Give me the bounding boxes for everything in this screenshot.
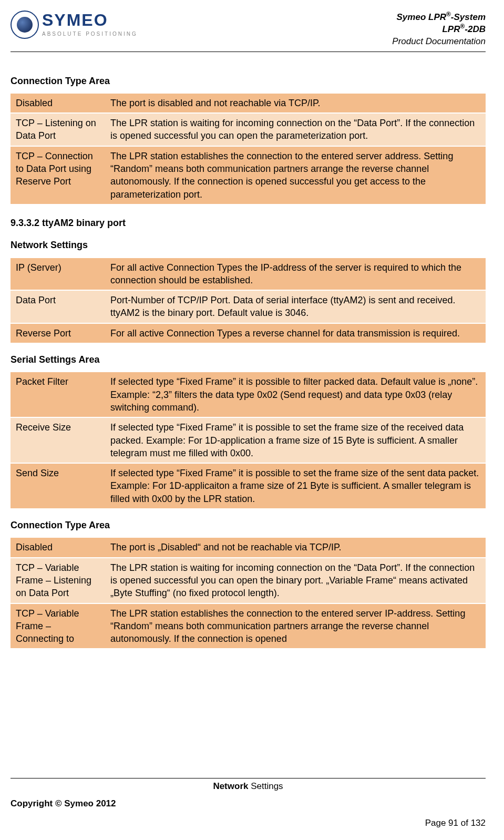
footer-copyright: Copyright © Symeo 2012 (11, 798, 486, 810)
cell-val: The LPR station is waiting for incoming … (105, 114, 486, 146)
cell-key: TCP – Listening on Data Port (11, 114, 105, 146)
doc-title: Symeo LPR®-System LPR®-2DB Product Docum… (392, 11, 486, 47)
cell-key: TCP – Variable Frame – Connecting to (11, 604, 105, 649)
page-header: SYMEO ABSOLUTE POSITIONING Symeo LPR®-Sy… (11, 11, 486, 52)
cell-key: Data Port (11, 291, 105, 323)
heading-serial-settings: Serial Settings Area (11, 353, 486, 366)
heading-network-settings: Network Settings (11, 239, 486, 251)
logo-subtitle: ABSOLUTE POSITIONING (42, 30, 138, 38)
cell-val: The port is „Disabled“ and not be reacha… (105, 538, 486, 557)
cell-key: Send Size (11, 464, 105, 508)
cell-val: Port-Number of TCP/IP Port. Data of seri… (105, 291, 486, 323)
logo: SYMEO ABSOLUTE POSITIONING (11, 11, 138, 39)
heading-9332: 9.3.3.2 ttyAM2 binary port (11, 217, 486, 229)
cell-val: If selected type “Fixed Frame” it is pos… (105, 372, 486, 417)
heading-connection-type-1: Connection Type Area (11, 75, 486, 87)
table-connection-type-1: DisabledThe port is disabled and not rea… (11, 93, 486, 205)
cell-key: Disabled (11, 538, 105, 557)
cell-val: The LPR station is waiting for incoming … (105, 558, 486, 603)
cell-key: Receive Size (11, 418, 105, 463)
heading-connection-type-2: Connection Type Area (11, 519, 486, 531)
footer-center: Network Settings (11, 781, 486, 793)
cell-key: TCP – Variable Frame – Listening on Data… (11, 558, 105, 603)
cell-val: The LPR station establishes the connecti… (105, 604, 486, 649)
table-serial-settings: Packet FilterIf selected type “Fixed Fra… (11, 371, 486, 509)
cell-val: For all active Connection Types a revers… (105, 324, 486, 343)
cell-key: Disabled (11, 94, 105, 112)
cell-val: If selected type “Fixed Frame” it is pos… (105, 464, 486, 508)
logo-icon (11, 11, 39, 39)
cell-val: For all active Connection Types the IP-a… (105, 258, 486, 290)
cell-val: If selected type “Fixed Frame” it is pos… (105, 418, 486, 463)
table-connection-type-2: DisabledThe port is „Disabled“ and not b… (11, 537, 486, 649)
cell-key: TCP – Connection to Data Port using Rese… (11, 147, 105, 204)
cell-val: The LPR station establishes the connecti… (105, 147, 486, 204)
cell-val: The port is disabled and not reachable v… (105, 94, 486, 112)
logo-title: SYMEO (42, 12, 138, 28)
table-network-settings: IP (Server)For all active Connection Typ… (11, 257, 486, 344)
cell-key: IP (Server) (11, 258, 105, 290)
footer-page-number: Page 91 of 132 (11, 817, 486, 829)
cell-key: Reverse Port (11, 324, 105, 343)
cell-key: Packet Filter (11, 372, 105, 417)
